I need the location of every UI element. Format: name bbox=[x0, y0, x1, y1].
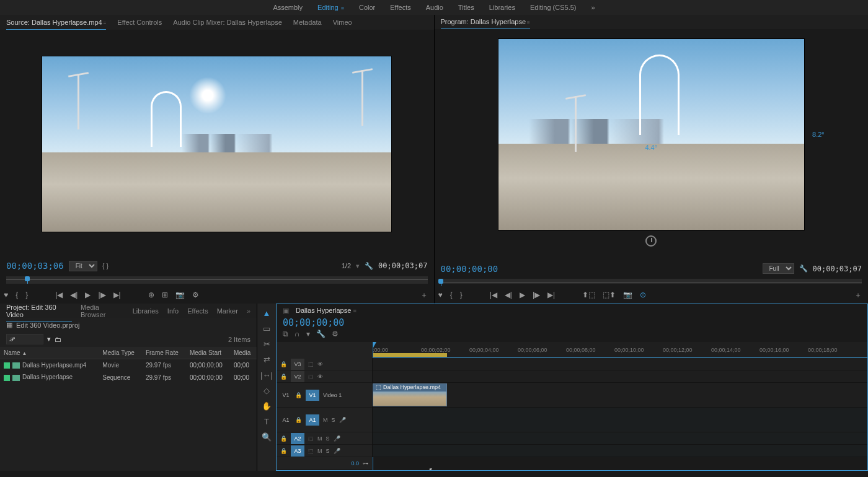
source-fraction[interactable]: 1/2 bbox=[342, 262, 351, 269]
program-monitor[interactable] bbox=[498, 38, 805, 230]
track-header-master[interactable]: 0.0 ⊶ bbox=[277, 457, 372, 470]
source-scrubber[interactable] bbox=[6, 276, 428, 284]
link-icon[interactable]: ⊶ bbox=[363, 460, 368, 466]
track-target-v3[interactable]: V3 bbox=[291, 359, 304, 370]
clock-icon[interactable] bbox=[645, 235, 657, 247]
step-fwd-icon[interactable]: |▶ bbox=[533, 291, 540, 299]
timeline-timecode[interactable]: 00;00;00;00 bbox=[283, 317, 344, 328]
source-monitor[interactable] bbox=[42, 56, 392, 232]
tab-marker[interactable]: Marker bbox=[217, 304, 238, 318]
col-frame-rate[interactable]: Frame Rate bbox=[142, 347, 186, 359]
workspace-overflow-icon[interactable]: » bbox=[591, 4, 595, 11]
folder-icon[interactable]: 🗀 bbox=[55, 336, 61, 343]
dropdown-icon[interactable]: ▾ bbox=[356, 262, 360, 270]
rolling-tool-icon[interactable]: ⇄ bbox=[264, 355, 270, 364]
lock-icon[interactable]: 🔒 bbox=[280, 435, 287, 442]
slip-tool-icon[interactable]: |↔| bbox=[260, 370, 273, 380]
mute-icon[interactable]: M bbox=[323, 417, 328, 423]
goto-out-icon[interactable]: ▶| bbox=[547, 291, 555, 299]
overflow-icon[interactable]: » bbox=[247, 307, 250, 315]
tab-metadata[interactable]: Metadata bbox=[293, 15, 322, 29]
track-target-a1[interactable]: A1 bbox=[306, 414, 319, 426]
timeline-tracks[interactable]: ;00;0000;00;02;0000;00;04;0000;00;06;000… bbox=[373, 342, 867, 470]
goto-out-icon[interactable]: ▶| bbox=[113, 291, 121, 299]
toggle-output-icon[interactable]: ⬚ bbox=[308, 374, 314, 380]
track-header-a2[interactable]: 🔒 A2 ⬚MS🎤 bbox=[277, 432, 372, 445]
overwrite-icon[interactable]: ⊞ bbox=[162, 291, 168, 299]
program-scrubber[interactable] bbox=[441, 279, 862, 284]
step-back-icon[interactable]: ◀| bbox=[505, 291, 512, 299]
goto-in-icon[interactable]: |◀ bbox=[55, 291, 63, 299]
track-lane-v2[interactable] bbox=[373, 370, 867, 383]
ripple-tool-icon[interactable]: ✂ bbox=[264, 339, 270, 349]
lock-icon[interactable]: 🔒 bbox=[280, 361, 287, 367]
timeline-clip[interactable]: Dallas Hyperlapse.mp4 bbox=[373, 383, 447, 406]
track-lane-a3[interactable] bbox=[373, 445, 867, 457]
lock-icon[interactable]: 🔒 bbox=[295, 392, 302, 398]
table-row[interactable]: Dallas Hyperlapse.mp4Movie29.97 fps00;00… bbox=[0, 359, 257, 372]
col-media-start[interactable]: Media Start bbox=[186, 347, 230, 359]
voice-icon[interactable]: 🎤 bbox=[339, 417, 346, 423]
source-patch-v1[interactable]: V1 bbox=[280, 392, 291, 398]
type-tool-icon[interactable]: T bbox=[264, 417, 269, 426]
track-lane-a1[interactable] bbox=[373, 408, 867, 432]
tab-effect-controls[interactable]: Effect Controls bbox=[117, 15, 162, 29]
program-timecode[interactable]: 00;00;00;00 bbox=[441, 264, 498, 274]
workspace-effects[interactable]: Effects bbox=[390, 4, 410, 11]
out-icon[interactable]: } bbox=[460, 291, 463, 299]
track-lane-v1[interactable]: Dallas Hyperlapse.mp4 bbox=[373, 383, 867, 408]
source-timecode[interactable]: 00;00;03;06 bbox=[6, 261, 64, 271]
program-resolution-dropdown[interactable]: Full bbox=[763, 263, 794, 274]
marker-icon[interactable]: ♥ bbox=[438, 291, 443, 299]
track-select-tool-icon[interactable]: ▭ bbox=[263, 324, 270, 333]
marker-icon[interactable]: ♥ bbox=[4, 291, 8, 299]
tab-info[interactable]: Info bbox=[167, 304, 179, 318]
lock-icon[interactable]: 🔒 bbox=[280, 374, 287, 380]
track-lane-a2[interactable] bbox=[373, 432, 867, 445]
extract-icon[interactable]: ⬚⬆ bbox=[603, 291, 616, 299]
in-icon[interactable]: { bbox=[16, 291, 18, 299]
out-icon[interactable]: } bbox=[25, 291, 28, 299]
linked-selection-icon[interactable]: ∩ bbox=[294, 330, 300, 338]
bin-icon[interactable]: ▦ bbox=[6, 321, 12, 329]
workspace-assembly[interactable]: Assembly bbox=[273, 4, 303, 11]
track-header-a1[interactable]: A1 🔒 A1 M S 🎤 bbox=[277, 408, 372, 432]
wrench-icon[interactable]: 🔧 bbox=[799, 265, 808, 273]
workspace-editing[interactable]: Editing bbox=[317, 4, 344, 11]
project-search-input[interactable] bbox=[6, 334, 43, 344]
eye-icon[interactable]: 👁 bbox=[317, 374, 323, 380]
workspace-libraries[interactable]: Libraries bbox=[489, 4, 515, 11]
wrench-icon[interactable]: ⚙ bbox=[332, 330, 339, 338]
source-fit-dropdown[interactable]: Fit bbox=[69, 261, 97, 271]
track-lane-v3[interactable] bbox=[373, 358, 867, 370]
selection-tool-icon[interactable]: ▲ bbox=[263, 309, 271, 318]
toggle-output-icon[interactable]: ⬚ bbox=[308, 361, 314, 367]
in-icon[interactable]: { bbox=[450, 291, 453, 299]
export-frame-icon[interactable]: 📷 bbox=[623, 291, 632, 299]
goto-in-icon[interactable]: |◀ bbox=[490, 291, 497, 299]
lift-icon[interactable]: ⬆⬚ bbox=[582, 291, 595, 299]
insert-icon[interactable]: ⊕ bbox=[148, 291, 154, 299]
workspace-titles[interactable]: Titles bbox=[458, 4, 474, 11]
tab-effects[interactable]: Effects bbox=[187, 304, 208, 318]
toggle-icon[interactable]: { } bbox=[102, 262, 108, 269]
track-target-a2[interactable]: A2 bbox=[291, 433, 304, 444]
play-icon[interactable]: ▶ bbox=[520, 291, 525, 299]
solo-icon[interactable]: S bbox=[332, 417, 335, 423]
work-area-bar[interactable] bbox=[373, 353, 447, 357]
track-header-v1[interactable]: V1 🔒 V1 Video 1 bbox=[277, 383, 372, 408]
workspace-audio[interactable]: Audio bbox=[426, 4, 443, 11]
export-frame-icon[interactable]: 📷 bbox=[175, 291, 185, 299]
settings-icon[interactable]: ⚙ bbox=[192, 291, 199, 299]
hand-tool-icon[interactable]: ✋ bbox=[262, 401, 272, 411]
tab-audio-clip-mixer[interactable]: Audio Clip Mixer: Dallas Hyperlapse bbox=[173, 15, 281, 29]
filter-icon[interactable]: ▾ bbox=[47, 335, 51, 343]
track-header-v3[interactable]: 🔒 V3 ⬚ 👁 bbox=[277, 358, 372, 370]
zoom-tool-icon[interactable]: 🔍 bbox=[262, 432, 272, 442]
play-icon[interactable]: ▶ bbox=[85, 291, 91, 299]
track-target-v2[interactable]: V2 bbox=[291, 371, 304, 382]
track-header-a3[interactable]: 🔒 A3 ⬚MS🎤 bbox=[277, 445, 372, 457]
tab-libraries[interactable]: Libraries bbox=[133, 304, 159, 318]
tab-vimeo[interactable]: Vimeo bbox=[333, 15, 352, 29]
tab-source[interactable]: Source: Dallas Hyperlapse.mp4≡ bbox=[6, 15, 106, 30]
